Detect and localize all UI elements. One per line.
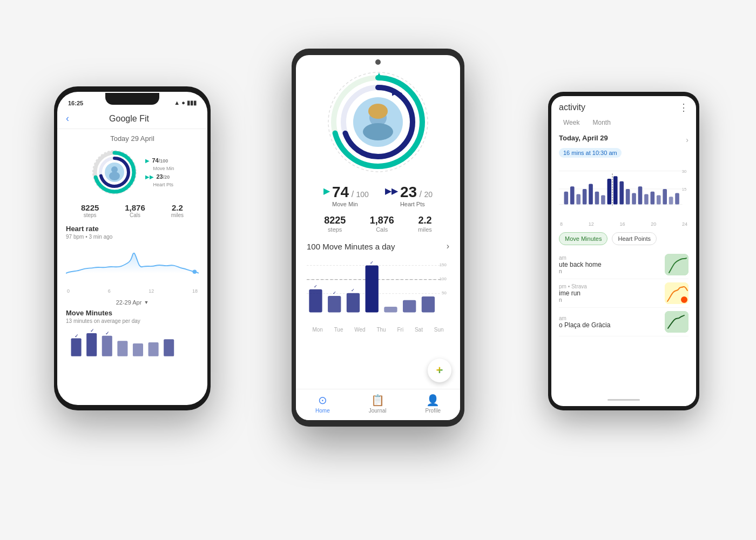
right-date-arrow[interactable]: ›	[686, 136, 688, 144]
status-time: 16:25	[68, 100, 83, 106]
center-section-header: 100 Move Minutes a day ›	[307, 241, 449, 251]
period-selector[interactable]: 22-29 Apr ▼	[66, 299, 199, 306]
svg-text:✓: ✓	[314, 284, 318, 289]
center-bar-chart: 150 100 50 ✓ ✓	[307, 256, 449, 321]
nav-journal[interactable]: 📋 Journal	[369, 394, 387, 414]
svg-text:▶▶: ▶▶	[392, 89, 402, 97]
tab-month[interactable]: Month	[588, 117, 615, 129]
center-content: ▲ ▶▶ ▶ 74 / 100	[296, 55, 460, 335]
svg-rect-75	[665, 254, 688, 275]
svg-rect-55	[564, 192, 569, 205]
more-icon[interactable]: ⋮	[679, 102, 688, 113]
svg-point-28	[368, 104, 388, 119]
filter-move-minutes[interactable]: Move Minutes	[559, 232, 608, 245]
notch	[105, 93, 159, 105]
svg-rect-47	[384, 307, 397, 312]
activity-item-3[interactable]: am o Plaça de Gràcia	[559, 308, 688, 336]
right-home-indicator	[608, 399, 640, 401]
center-screen: ▲ ▶▶ ▶ 74 / 100	[296, 55, 460, 420]
center-cals: 1,876 Cals	[370, 215, 394, 233]
move-minutes-section: Move Minutes 13 minutes on average per d…	[66, 309, 199, 324]
right-content: activity ⋮ Week Month Today, April 29 › …	[551, 96, 696, 342]
status-icons: ▲ ● ▮▮▮	[174, 99, 197, 106]
svg-rect-11	[71, 338, 82, 356]
activity-item-1[interactable]: am ute back home n	[559, 251, 688, 279]
nav-home[interactable]: ⊙ Home	[315, 394, 330, 414]
svg-rect-68	[644, 194, 649, 205]
right-filter-btns: Move Minutes Heart Points	[559, 232, 688, 245]
activity-info-2: pm • Strava ime run n	[559, 284, 660, 303]
svg-text:▲: ▲	[112, 149, 118, 155]
center-steps: 8225 steps	[324, 215, 346, 233]
activity-list: am ute back home n	[559, 251, 688, 336]
left-ring-svg: ▲	[90, 148, 139, 197]
svg-text:50: 50	[442, 291, 447, 295]
right-header: activity ⋮	[559, 102, 688, 113]
strava-badge	[681, 296, 687, 303]
filter-heart-points[interactable]: Heart Points	[612, 232, 657, 245]
tab-week[interactable]: Week	[559, 117, 584, 129]
left-ring-area: ▲ ▶ 74/100 Move Min ▶▶ 23/20 Heart Pts	[66, 148, 199, 197]
svg-rect-16	[148, 342, 159, 356]
svg-rect-13	[102, 336, 112, 356]
left-phone: 16:25 ▲ ● ▮▮▮ ‹ Google Fit Today 29 Apri…	[54, 86, 211, 410]
svg-rect-65	[626, 189, 630, 205]
left-stats: ▶ 74/100 Move Min ▶▶ 23/20 Heart Pts	[145, 157, 174, 187]
right-activity-chart: 30 15	[559, 162, 688, 216]
svg-rect-58	[583, 189, 587, 205]
move-arrow-icon: ▶	[323, 186, 330, 196]
dropdown-arrow-icon: ▼	[144, 300, 148, 305]
svg-rect-69	[651, 192, 655, 205]
activity-map-2	[665, 282, 688, 304]
left-bar-chart: ✓ ✓ ✓	[66, 327, 199, 360]
center-heart-pts: ▶▶ 23 / 20 Heart Pts	[385, 185, 433, 207]
section-arrow-icon[interactable]: ›	[447, 241, 449, 251]
svg-rect-66	[632, 193, 636, 205]
left-bottom-stats: 8225 steps 1,876 Cals 2.2 miles	[66, 203, 199, 218]
activity-item-2[interactable]: pm • Strava ime run n	[559, 279, 688, 308]
center-ring-area: ▲ ▶▶	[307, 68, 449, 176]
nav-profile[interactable]: 👤 Profile	[426, 394, 441, 414]
right-chart-x: 8 12 16 20 24	[559, 221, 688, 227]
center-metrics: ▶ 74 / 100 Move Min ▶▶	[307, 185, 449, 207]
camera-dot	[375, 59, 381, 65]
activity-map-3	[665, 311, 688, 333]
left-chart-x-labels: 0 6 12 18	[66, 288, 199, 294]
cals-stat: 1,876 Cals	[125, 203, 145, 218]
right-date: Today, April 29	[559, 134, 608, 142]
profile-icon: 👤	[426, 394, 440, 407]
back-icon[interactable]: ‹	[66, 113, 69, 124]
svg-rect-15	[133, 343, 143, 356]
svg-rect-43	[347, 293, 360, 313]
svg-text:✓: ✓	[90, 328, 94, 333]
svg-text:✓: ✓	[351, 288, 355, 293]
svg-text:✓: ✓	[105, 330, 110, 336]
heart-rate-chart	[66, 244, 199, 282]
svg-rect-63	[613, 176, 618, 204]
svg-rect-14	[117, 341, 127, 356]
scene: 16:25 ▲ ● ▮▮▮ ‹ Google Fit Today 29 Apri…	[27, 22, 729, 518]
right-highlight: 16 mins at 10:30 am	[559, 148, 622, 158]
center-ring-svg: ▲ ▶▶	[324, 68, 432, 176]
svg-point-29	[363, 123, 393, 140]
svg-rect-67	[638, 186, 643, 204]
svg-rect-59	[589, 184, 593, 204]
center-bottom-stats: 8225 steps 1,876 Cals 2.2 miles	[307, 215, 449, 233]
svg-rect-73	[675, 193, 679, 205]
heart-pts-arrow: ▶▶	[145, 174, 154, 180]
svg-rect-60	[595, 192, 599, 205]
svg-rect-64	[619, 181, 624, 205]
route-svg-3	[665, 311, 688, 333]
svg-rect-17	[164, 339, 174, 356]
svg-rect-45	[366, 266, 379, 313]
right-phone: activity ⋮ Week Month Today, April 29 › …	[548, 92, 699, 410]
route-svg-1	[665, 254, 688, 275]
activity-info-3: am o Plaça de Gràcia	[559, 315, 660, 329]
nav-title: Google Fit	[73, 114, 185, 124]
miles-stat: 2.2 miles	[171, 203, 184, 218]
left-date: Today 29 April	[66, 134, 199, 143]
heart-pts-label: Heart Pts	[153, 182, 174, 187]
svg-rect-12	[86, 333, 97, 356]
fab-button[interactable]: +	[428, 359, 451, 382]
heart-rate-value: 97 bpm • 3 min ago	[66, 234, 199, 240]
